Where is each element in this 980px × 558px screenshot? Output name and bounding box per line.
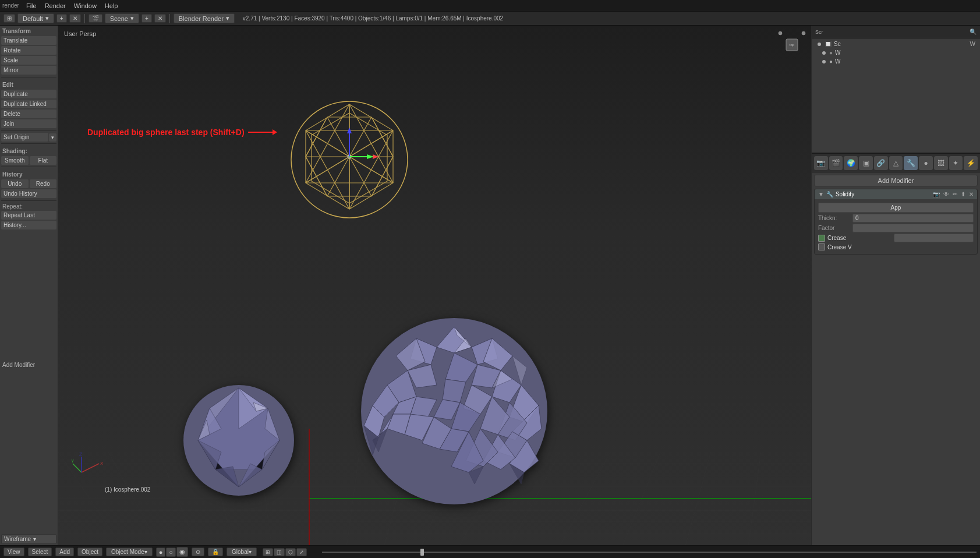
modifier-expand-icon2[interactable]: ⬆ [961, 191, 965, 197]
scale-btn[interactable]: Scale [1, 56, 56, 65]
outliner-item3[interactable]: ● W [812, 57, 980, 66]
svg-line-129 [82, 464, 99, 472]
mirror-btn[interactable]: Mirror [1, 66, 56, 75]
set-origin-btn[interactable]: Set Origin [1, 133, 48, 142]
undo-history-btn[interactable]: Undo History [1, 189, 56, 198]
add-scene-btn[interactable]: + [141, 14, 152, 23]
apply-btn[interactable]: App [818, 203, 974, 213]
repeat-last-btn[interactable]: Repeat Last [1, 211, 56, 220]
timeline-cursor[interactable] [420, 549, 424, 556]
menu-file[interactable]: File [23, 2, 40, 10]
wireframe-icosphere [285, 96, 413, 224]
screen-layout-icon[interactable]: ⊞ [3, 14, 15, 23]
prop-icon-mesh[interactable]: △ [889, 156, 903, 170]
modifier-x-icon[interactable]: ✕ [969, 191, 974, 197]
translate-btn[interactable]: Translate [1, 36, 56, 45]
delete-screen-btn[interactable]: ✕ [69, 14, 81, 23]
stats-btn[interactable]: ◫ [274, 548, 285, 556]
snap-btn[interactable]: 🔒 [208, 548, 223, 556]
viewport[interactable]: User Persp Duplicated big sphere last st… [58, 26, 811, 545]
wireframe-dropdown[interactable]: Wireframe▾ [1, 534, 56, 544]
prop-icon-object[interactable]: ▣ [859, 156, 873, 170]
set-origin-dropdown[interactable]: ▾ [49, 133, 56, 142]
svg-line-40 [306, 130, 349, 157]
visibility-dot2[interactable] [822, 51, 826, 55]
svg-line-41 [349, 130, 393, 157]
scene-dropdown[interactable]: Scene▾ [105, 13, 139, 23]
left-icosphere [175, 370, 303, 499]
delete-btn[interactable]: Delete [1, 110, 56, 118]
prop-icon-modifier[interactable]: 🔧 [904, 156, 918, 170]
flat-btn[interactable]: Flat [30, 156, 57, 165]
shading-title: Shading: [0, 146, 58, 156]
modifier-expand-icon[interactable]: ▼ [818, 191, 824, 197]
rendered-shade-btn[interactable]: ◉ [176, 547, 188, 557]
add-btn[interactable]: Add [55, 548, 74, 556]
crease-v-checkbox[interactable] [818, 243, 825, 250]
menu-help[interactable]: Help [101, 2, 122, 10]
prop-icon-physics[interactable]: ⚡ [964, 156, 978, 170]
object-btn[interactable]: Object [77, 548, 102, 556]
crease-label: Crease [827, 235, 891, 241]
header-info: v2.71 | Verts:2130 | Faces:3920 | Tris:4… [243, 15, 503, 22]
object-mode-dropdown[interactable]: Object Mode▾ [106, 548, 153, 556]
svg-line-42 [306, 157, 349, 183]
viewport-type-btn[interactable]: ⬡ [285, 548, 296, 556]
duplicate-btn[interactable]: Duplicate [1, 90, 56, 98]
prop-icon-particles[interactable]: ✦ [949, 156, 963, 170]
smooth-btn[interactable]: Smooth [1, 156, 29, 165]
select-btn[interactable]: Select [28, 548, 52, 556]
rotate-btn[interactable]: Rotate [1, 46, 56, 55]
add-modifier-btn[interactable]: Add Modifier [814, 175, 978, 186]
fullscreen-btn[interactable]: ⤢ [296, 548, 307, 556]
crease-v-label: Crease V [827, 244, 974, 250]
modifier-card-header: ▼ 🔧 Solidify 📷 👁 ✏ ⬆ ✕ [815, 189, 977, 199]
menu-render[interactable]: Render [41, 2, 69, 10]
outliner-item[interactable]: 🔲 Sc W [812, 40, 980, 48]
prop-icon-material[interactable]: ● [919, 156, 933, 170]
properties-panel: 📷 🎬 🌍 ▣ 🔗 △ 🔧 ● 🖼 ✦ ⚡ Add Modifier ▼ 🔧 S… [812, 154, 980, 545]
prop-icon-constraints[interactable]: 🔗 [874, 156, 888, 170]
modifier-edit-icon[interactable]: ✏ [953, 191, 957, 197]
coordinate-axes: X Y Z [70, 452, 105, 481]
modifier-eye-icon[interactable]: 👁 [943, 191, 949, 197]
crease-input[interactable] [894, 234, 974, 242]
divider3 [1, 143, 56, 144]
crease-checkbox[interactable] [818, 235, 825, 242]
menu-window[interactable]: Window [70, 2, 100, 10]
join-btn[interactable]: Join [1, 119, 56, 128]
del-scene-btn[interactable]: ✕ [154, 14, 166, 23]
solid-shade-btn[interactable]: ● [156, 548, 166, 557]
outliner-item2[interactable]: ● W [812, 48, 980, 57]
divider4 [1, 167, 56, 167]
proportional-btn[interactable]: ⊙ [192, 548, 204, 556]
factor-input[interactable] [852, 224, 974, 232]
history-btn[interactable]: History... [1, 221, 56, 229]
prop-icon-world[interactable]: 🌍 [844, 156, 858, 170]
layout-dropdown[interactable]: Default▾ [17, 13, 54, 23]
thickness-input[interactable] [852, 214, 974, 223]
redo-btn[interactable]: Redo [30, 179, 57, 188]
render-engine-dropdown[interactable]: Blender Render▾ [174, 13, 235, 23]
annotation-arrow-icon [248, 128, 277, 136]
outliner-search-btn[interactable]: 🔍 [970, 29, 977, 35]
bottom-bar: View Select Add Object Object Mode▾ ● ○ … [0, 545, 980, 558]
prop-icon-texture[interactable]: 🖼 [934, 156, 948, 170]
undo-btn[interactable]: Undo [1, 179, 29, 188]
prop-icon-scene[interactable]: 🎬 [829, 156, 843, 170]
view-btn[interactable]: View [3, 548, 24, 556]
modifier-render-icon[interactable]: 📷 [933, 191, 940, 197]
visibility-dot[interactable] [818, 43, 821, 46]
add-screen-btn[interactable]: + [56, 14, 67, 23]
navigation-cube[interactable]: top [777, 30, 806, 59]
visibility-dot3[interactable] [822, 60, 826, 63]
wireframe-shade-btn[interactable]: ○ [166, 548, 176, 557]
divider1 [1, 77, 56, 77]
transform-orientation-dropdown[interactable]: Global▾ [227, 548, 257, 556]
prop-icon-render[interactable]: 📷 [814, 156, 828, 170]
shading-row: Smooth Flat [1, 156, 56, 165]
solidify-modifier-card: ▼ 🔧 Solidify 📷 👁 ✏ ⬆ ✕ App [814, 189, 978, 255]
duplicate-linked-btn[interactable]: Duplicate Linked [1, 100, 56, 108]
overlay-btn[interactable]: ⊞ [263, 548, 273, 556]
scene-type-btn[interactable]: 🎬 [89, 14, 102, 23]
